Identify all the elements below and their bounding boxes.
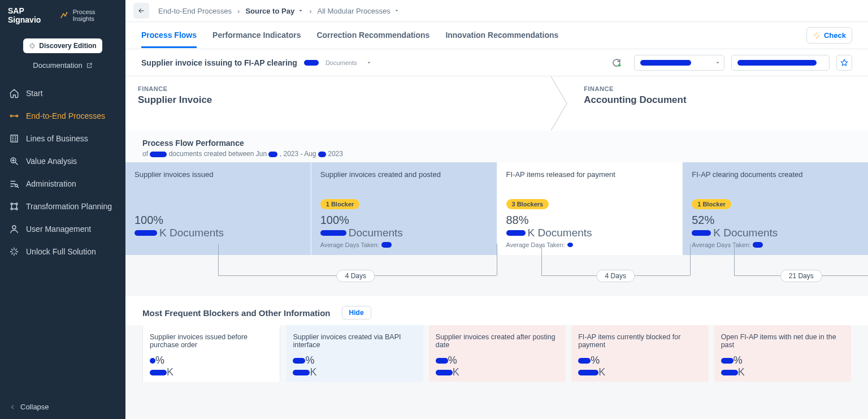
user-icon [9,224,19,234]
context-row: Supplier invoice issuing to FI-AP cleari… [125,49,868,76]
blocker-cards: Supplier invoices issued before purchase… [125,325,868,388]
perf-title: Process Flow Performance [142,139,851,148]
blockers-title: Most Frequent Blockers and Other Informa… [142,308,331,318]
collapse-label: Collapse [20,403,49,411]
nav: Start End-to-End Processes Lines of Busi… [0,77,125,263]
blocker-badge[interactable]: 1 Blocker [692,199,731,209]
blocker-title: Open FI-AP items with net due in the pas… [721,333,844,352]
building-icon [9,133,19,144]
step-docs: Documents [320,227,488,239]
context-docs-label: Documents [326,59,357,66]
step-card[interactable]: FI-AP clearing documents created 1 Block… [682,162,868,255]
flow-icon [9,111,19,121]
blocker-badge[interactable]: 3 Blockers [506,199,549,209]
chevron-down-icon [298,8,303,14]
sidebar-item-label: Lines of Business [26,134,88,143]
documentation-link[interactable]: Documentation [0,57,125,77]
blocker-title: Supplier invoices issued before purchase… [150,333,273,352]
tab-performance-indicators[interactable]: Performance Indicators [212,23,301,48]
sparkle-icon [29,42,36,49]
collapse-sidebar[interactable]: Collapse [0,395,125,419]
step-name: Supplier invoices created and posted [320,170,488,179]
sidebar-item-users[interactable]: User Management [0,218,125,240]
process-steps: Supplier invoices issued . 100% K Docume… [125,162,868,255]
crumb-e2e[interactable]: End-to-End Processes [158,7,232,15]
redacted [304,60,319,66]
edge-label: 4 Days [337,270,375,282]
chevron-left-icon [9,404,16,411]
brand-sub: Process Insights [73,8,118,22]
sidebar-item-lob[interactable]: Lines of Business [0,127,125,150]
blocker-card[interactable]: Open FI-AP items with net due in the pas… [714,325,851,382]
refresh-icon[interactable] [611,58,622,68]
blocker-percent: % [293,355,416,366]
blocker-percent: % [578,355,701,366]
step-docs: K Documents [692,227,859,239]
chevron-down-icon [715,60,721,66]
step-card[interactable]: FI-AP items released for payment 3 Block… [497,162,683,255]
search-list-icon [9,179,19,189]
back-button[interactable] [133,3,149,19]
tab-correction-recs[interactable]: Correction Recommendations [316,23,429,48]
stage-title: Supplier Invoice [138,94,559,106]
date-range-a[interactable] [634,55,724,71]
step-avg: Average Days Taken: [320,241,488,248]
crumb-modular[interactable]: All Modular Processes [317,7,399,15]
check-button[interactable]: Check [806,27,852,44]
tab-process-flows[interactable]: Process Flows [141,23,197,48]
blocker-count: K [150,366,273,378]
step-card[interactable]: Supplier invoices created and posted 1 B… [311,162,497,255]
sidebar-item-admin[interactable]: Administration [0,172,125,195]
blocker-count: K [293,366,416,378]
step-name: Supplier invoices issued [134,170,302,179]
crumb-source-to-pay[interactable]: Source to Pay [245,7,303,15]
sidebar-item-transformation[interactable]: Transformation Planning [0,195,125,218]
sidebar: SAP Signavio Process Insights Discovery … [0,0,125,419]
sidebar-item-label: Administration [26,179,76,188]
discovery-edition-button[interactable]: Discovery Edition [23,38,102,53]
blocker-badge[interactable]: 1 Blocker [320,199,360,209]
tab-innovation-recs[interactable]: Innovation Recommendations [445,23,558,48]
blocker-title: Supplier invoices created via BAPI inter… [293,333,416,352]
blocker-count: K [721,366,844,378]
step-docs: K Documents [506,227,674,239]
main: End-to-End Processes › Source to Pay › A… [125,0,868,419]
blocker-title: Supplier invoices created after posting … [436,333,559,352]
redacted [640,60,691,66]
blocker-title: FI-AP items currently blocked for paymen… [578,333,701,352]
step-connectors: 4 Days 4 Days 21 Days [125,255,868,296]
context-dropdown[interactable] [366,58,372,68]
hide-button[interactable]: Hide [342,306,371,319]
redacted [268,152,277,157]
home-icon [9,88,19,98]
performance-header: Process Flow Performance of documents cr… [125,131,868,162]
blocker-card[interactable]: Supplier invoices created via BAPI inter… [286,325,423,382]
blocker-card[interactable]: Supplier invoices issued before purchase… [142,325,280,382]
sidebar-item-label: Start [26,89,43,98]
blocker-card[interactable]: Supplier invoices created after posting … [429,325,566,382]
date-range-b[interactable] [731,55,830,71]
sidebar-item-label: Unlock Full Solution [26,247,96,256]
edge-label: 21 Days [780,270,822,282]
search-value-icon [9,156,19,166]
step-avg: Average Days Taken: [506,241,674,248]
brand-logo-icon [59,10,70,20]
context-title: Supplier invoice issuing to FI-AP cleari… [141,58,297,67]
perf-subtitle: of documents created between Jun , 2023 … [142,150,851,158]
step-card[interactable]: Supplier invoices issued . 100% K Docume… [125,162,311,255]
sidebar-item-value[interactable]: Value Analysis [0,150,125,172]
favorite-button[interactable] [836,55,852,71]
sidebar-item-unlock[interactable]: Unlock Full Solution [0,240,125,263]
sidebar-item-start[interactable]: Start [0,82,125,105]
step-percent: 100% [134,214,302,227]
stage-eyebrow: FINANCE [138,85,559,92]
brand: SAP Signavio Process Insights [0,0,125,31]
chevron-down-icon [394,8,400,14]
sidebar-item-e2e[interactable]: End-to-End Processes [0,105,125,127]
step-percent: 88% [506,214,674,227]
topbar: End-to-End Processes › Source to Pay › A… [125,0,868,22]
sidebar-item-label: User Management [26,224,91,234]
redacted [150,152,167,157]
sparkle-icon [9,247,19,257]
blocker-card[interactable]: FI-AP items currently blocked for paymen… [571,325,708,382]
